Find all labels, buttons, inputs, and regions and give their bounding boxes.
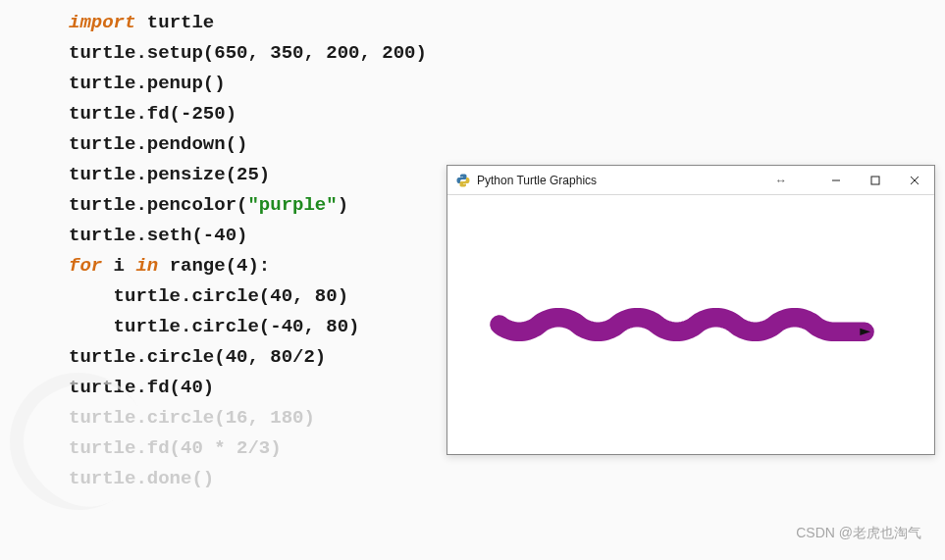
resize-hint-icon: ↔ (775, 174, 787, 187)
code-line: turtle.fd(-250) (69, 99, 945, 129)
window-titlebar[interactable]: Python Turtle Graphics ↔ (447, 166, 934, 195)
svg-rect-1 (871, 177, 879, 184)
minimize-button[interactable] (816, 166, 856, 195)
code-line: turtle.setup(650, 350, 200, 200) (69, 38, 945, 69)
maximize-button[interactable] (856, 166, 895, 195)
code-line: turtle.done() (69, 464, 945, 494)
snake-drawing (447, 195, 934, 454)
close-button[interactable] (895, 166, 934, 195)
code-line: turtle.penup() (69, 69, 945, 99)
turtle-canvas (447, 195, 934, 454)
window-title: Python Turtle Graphics (477, 174, 597, 187)
watermark-text: CSDN @老虎也淘气 (796, 525, 921, 542)
code-line: import turtle (69, 8, 945, 38)
python-icon (455, 173, 471, 188)
turtle-graphics-window: Python Turtle Graphics ↔ (446, 165, 935, 455)
code-line: turtle.pendown() (69, 129, 945, 160)
